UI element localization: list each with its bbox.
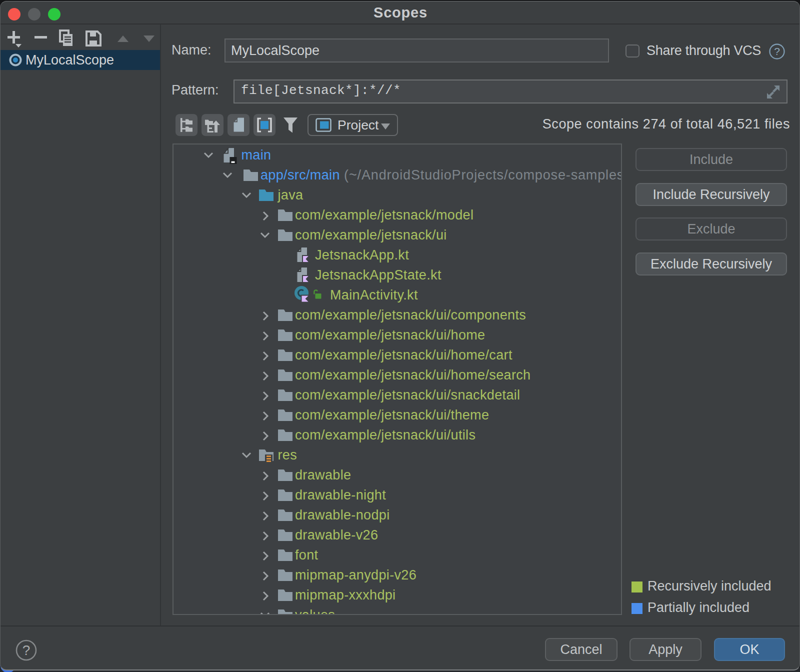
svg-text:?: ? — [774, 46, 780, 57]
svg-text:?: ? — [22, 642, 30, 658]
